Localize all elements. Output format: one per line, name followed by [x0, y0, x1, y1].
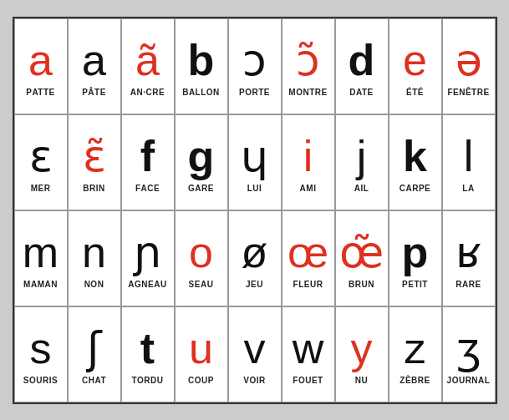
- ipa-label: BALLON: [182, 88, 220, 97]
- ipa-cell: ʁRARE: [442, 210, 496, 306]
- ipa-label: FOUET: [293, 376, 323, 385]
- ipa-cell: ɔ̃MONTRE: [282, 18, 335, 114]
- ipa-label: BRUN: [349, 280, 374, 289]
- ipa-cell: wFOUET: [282, 306, 335, 402]
- ipa-cell: ɥLUI: [228, 114, 282, 210]
- ipa-label: MAMAN: [23, 280, 58, 289]
- ipa-symbol: i: [303, 133, 313, 180]
- ipa-symbol: d: [349, 37, 375, 84]
- ipa-label: CHAT: [82, 376, 106, 385]
- ipa-cell: ʒJOURNAL: [442, 306, 496, 402]
- ipa-symbol: z: [405, 325, 426, 372]
- ipa-symbol: ə: [456, 37, 482, 84]
- ipa-symbol: l: [464, 133, 474, 180]
- ipa-symbol: j: [357, 133, 367, 180]
- ipa-cell: nNON: [68, 210, 121, 306]
- ipa-label: NU: [355, 376, 368, 385]
- ipa-symbol: ɛ̃: [83, 133, 106, 180]
- ipa-cell: ɔPORTE: [228, 18, 282, 114]
- ipa-cell: lLA: [442, 114, 496, 210]
- ipa-label: AMI: [300, 184, 317, 193]
- ipa-cell: mMAMAN: [14, 210, 68, 306]
- ipa-cell: fFACE: [121, 114, 175, 210]
- ipa-symbol: v: [244, 325, 266, 372]
- ipa-cell: kCARPE: [389, 114, 442, 210]
- ipa-symbol: a: [28, 37, 53, 84]
- ipa-chart: aPATTEaPÂTEãAN·CREbBALLONɔPORTEɔ̃MONTREd…: [13, 17, 497, 404]
- ipa-label: ZÈBRE: [400, 376, 430, 385]
- ipa-cell: ʃCHAT: [68, 306, 121, 402]
- ipa-label: BRIN: [83, 184, 104, 193]
- ipa-cell: œFLEUR: [282, 210, 335, 306]
- ipa-symbol: ʁ: [456, 229, 481, 276]
- ipa-cell: sSOURIS: [14, 306, 68, 402]
- ipa-label: SOURIS: [23, 376, 58, 385]
- ipa-label: AIL: [354, 184, 369, 193]
- ipa-symbol: w: [293, 325, 324, 372]
- ipa-label: FENÊTRE: [447, 88, 489, 97]
- ipa-symbol: ø: [242, 229, 268, 276]
- ipa-label: JEU: [246, 280, 263, 289]
- ipa-symbol: ɔ̃: [296, 37, 320, 84]
- ipa-label: LA: [462, 184, 474, 193]
- ipa-cell: oSEAU: [175, 210, 228, 306]
- ipa-symbol: t: [140, 325, 155, 372]
- ipa-symbol: œ̃: [339, 229, 384, 276]
- ipa-symbol: ɥ: [241, 133, 268, 180]
- ipa-label: JOURNAL: [447, 376, 491, 385]
- ipa-symbol: ʃ: [87, 325, 101, 372]
- ipa-symbol: ɔ: [242, 37, 267, 84]
- ipa-symbol: a: [82, 37, 106, 84]
- ipa-cell: aPÂTE: [68, 18, 121, 114]
- ipa-label: NON: [84, 280, 104, 289]
- ipa-cell: eÉTÉ: [389, 18, 442, 114]
- ipa-symbol: ɲ: [134, 229, 162, 276]
- ipa-cell: aPATTE: [14, 18, 68, 114]
- ipa-symbol: g: [188, 133, 215, 180]
- ipa-symbol: y: [351, 325, 373, 372]
- ipa-cell: pPETIT: [389, 210, 442, 306]
- ipa-cell: iAMI: [282, 114, 335, 210]
- ipa-label: PÂTE: [82, 88, 106, 97]
- ipa-cell: ãAN·CRE: [121, 18, 175, 114]
- ipa-symbol: ã: [135, 37, 160, 84]
- ipa-label: GARE: [188, 184, 214, 193]
- ipa-label: CARPE: [400, 184, 431, 193]
- ipa-label: MER: [31, 184, 51, 193]
- ipa-label: RARE: [456, 280, 481, 289]
- ipa-symbol: o: [189, 229, 213, 276]
- ipa-cell: tTORDU: [121, 306, 175, 402]
- ipa-symbol: f: [140, 133, 155, 180]
- ipa-label: TORDU: [131, 376, 163, 385]
- ipa-cell: gGARE: [175, 114, 228, 210]
- ipa-symbol: œ: [288, 229, 328, 276]
- ipa-label: COUP: [188, 376, 214, 385]
- ipa-cell: uCOUP: [175, 306, 228, 402]
- ipa-cell: ɛMER: [14, 114, 68, 210]
- ipa-label: PORTE: [239, 88, 270, 97]
- ipa-cell: jAIL: [335, 114, 389, 210]
- ipa-cell: œ̃BRUN: [335, 210, 389, 306]
- ipa-label: VOIR: [243, 376, 265, 385]
- ipa-label: AN·CRE: [130, 88, 165, 97]
- ipa-symbol: p: [402, 229, 429, 276]
- ipa-symbol: e: [403, 37, 427, 84]
- ipa-label: LUI: [247, 184, 262, 193]
- ipa-symbol: b: [188, 37, 215, 84]
- ipa-cell: vVOIR: [228, 306, 282, 402]
- ipa-label: SEAU: [189, 280, 214, 289]
- ipa-symbol: m: [23, 229, 59, 276]
- ipa-symbol: ʒ: [456, 325, 481, 372]
- ipa-symbol: u: [189, 325, 213, 372]
- ipa-cell: ɛ̃BRIN: [68, 114, 121, 210]
- ipa-label: MONTRE: [288, 88, 327, 97]
- ipa-symbol: n: [82, 229, 106, 276]
- ipa-symbol: k: [403, 133, 427, 180]
- ipa-label: DATE: [349, 88, 374, 97]
- ipa-cell: yNU: [335, 306, 389, 402]
- ipa-cell: zZÈBRE: [389, 306, 442, 402]
- ipa-label: ÉTÉ: [406, 88, 424, 97]
- ipa-cell: əFENÊTRE: [442, 18, 496, 114]
- ipa-label: FLEUR: [293, 280, 323, 289]
- ipa-label: PATTE: [26, 88, 55, 97]
